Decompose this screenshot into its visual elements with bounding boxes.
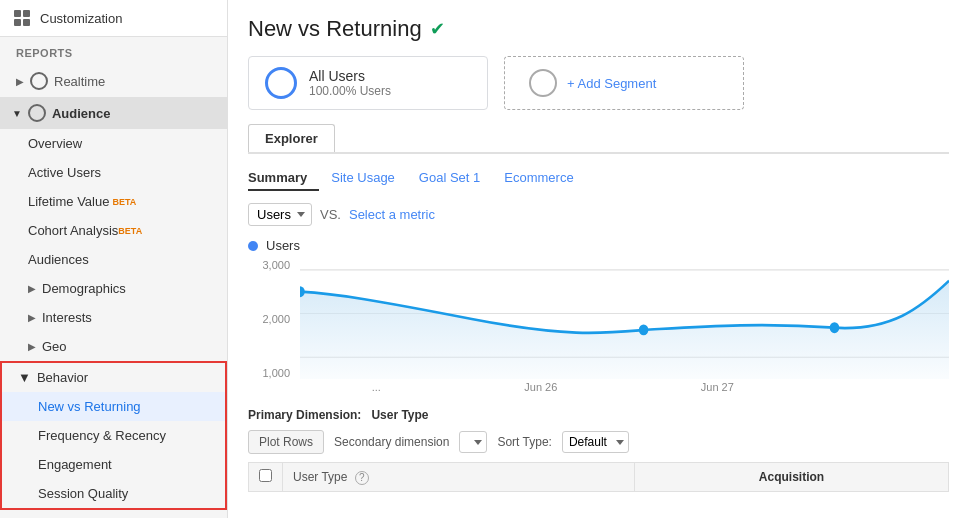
lifetime-value-label: Lifetime Value <box>28 194 109 209</box>
grid-icon <box>12 8 32 28</box>
metric-row: Users VS. Select a metric <box>248 203 949 226</box>
interests-arrow: ▶ <box>28 312 36 323</box>
secondary-dim-label: Secondary dimension <box>334 435 449 449</box>
table-col-user-type: User Type ? <box>283 463 635 492</box>
audience-label: Audience <box>52 106 111 121</box>
page-title-row: New vs Returning ✔ <box>248 16 949 42</box>
sidebar-item-behavior[interactable]: ▼ Behavior <box>2 363 225 392</box>
cohort-beta-badge: BETA <box>118 226 142 236</box>
tab-site-usage[interactable]: Site Usage <box>319 166 407 191</box>
segment-info: All Users 100.00% Users <box>309 68 391 98</box>
plot-rows-button[interactable]: Plot Rows <box>248 430 324 454</box>
svg-rect-3 <box>23 19 30 26</box>
geo-arrow: ▶ <box>28 341 36 352</box>
primary-dim-label: Primary Dimension: <box>248 408 361 422</box>
svg-rect-2 <box>14 19 21 26</box>
select-metric-link[interactable]: Select a metric <box>349 207 435 222</box>
session-quality-label: Session Quality <box>38 486 128 501</box>
chart-container: Users 3,000 2,000 1,000 <box>248 238 949 398</box>
sidebar-item-frequency-recency[interactable]: Frequency & Recency <box>2 421 225 450</box>
realtime-label: Realtime <box>54 74 105 89</box>
interests-label: Interests <box>42 310 92 325</box>
reports-header: REPORTS <box>0 37 227 65</box>
sidebar-item-interests[interactable]: ▶ Interests <box>0 303 227 332</box>
y-label-3000: 3,000 <box>248 259 296 271</box>
segment-circle <box>265 67 297 99</box>
chart-legend-dot <box>248 241 258 251</box>
geo-label: Geo <box>42 339 67 354</box>
table-col-acquisition: Acquisition <box>635 463 949 492</box>
chart-legend-label: Users <box>266 238 300 253</box>
sidebar-item-lifetime-value[interactable]: Lifetime Value BETA <box>0 187 227 216</box>
svg-point-8 <box>639 324 649 335</box>
sidebar-item-new-returning[interactable]: New vs Returning <box>2 392 225 421</box>
segment-all-users[interactable]: All Users 100.00% Users <box>248 56 488 110</box>
segment-pct: 100.00% Users <box>309 84 391 98</box>
tab-explorer[interactable]: Explorer <box>248 124 335 152</box>
sidebar-audience-header[interactable]: ▼ Audience <box>0 97 227 129</box>
new-returning-label: New vs Returning <box>38 399 141 414</box>
chart-area: 3,000 2,000 1,000 <box>248 259 949 379</box>
metric-select[interactable]: Users <box>248 203 312 226</box>
primary-dim-value: User Type <box>371 408 428 422</box>
sidebar-item-demographics[interactable]: ▶ Demographics <box>0 274 227 303</box>
engagement-label: Engagement <box>38 457 112 472</box>
svg-rect-0 <box>14 10 21 17</box>
sidebar-item-session-quality[interactable]: Session Quality <box>2 479 225 508</box>
y-axis: 3,000 2,000 1,000 <box>248 259 296 379</box>
help-icon[interactable]: ? <box>355 471 369 485</box>
segments-row: All Users 100.00% Users + Add Segment <box>248 56 949 110</box>
secondary-dim-select[interactable] <box>459 431 487 453</box>
table-select-all[interactable] <box>259 469 272 482</box>
sidebar-item-realtime[interactable]: ▶ Realtime <box>0 65 227 97</box>
overview-label: Overview <box>28 136 82 151</box>
chart-svg <box>300 259 949 379</box>
lifetime-beta-badge: BETA <box>112 197 136 207</box>
demographics-label: Demographics <box>42 281 126 296</box>
page-title: New vs Returning <box>248 16 422 42</box>
sort-type-label: Sort Type: <box>497 435 551 449</box>
add-segment-label: + Add Segment <box>567 76 656 91</box>
sidebar-item-audiences[interactable]: Audiences <box>0 245 227 274</box>
main-content: New vs Returning ✔ All Users 100.00% Use… <box>228 0 969 518</box>
audiences-label: Audiences <box>28 252 89 267</box>
cohort-analysis-label: Cohort Analysis <box>28 223 118 238</box>
add-segment-circle <box>529 69 557 97</box>
chart-legend: Users <box>248 238 949 253</box>
user-type-col-label: User Type <box>293 470 347 484</box>
sort-type-select[interactable]: Default <box>562 431 629 453</box>
y-label-2000: 2,000 <box>248 313 296 325</box>
customization-label: Customization <box>40 11 122 26</box>
segment-name: All Users <box>309 68 391 84</box>
behavior-label: Behavior <box>37 370 88 385</box>
clock-icon <box>30 72 48 90</box>
svg-rect-1 <box>23 10 30 17</box>
tab-summary[interactable]: Summary <box>248 166 319 191</box>
behavior-arrow: ▼ <box>18 370 31 385</box>
audience-arrow: ▼ <box>12 108 22 119</box>
y-label-1000: 1,000 <box>248 367 296 379</box>
sidebar-item-geo[interactable]: ▶ Geo <box>0 332 227 361</box>
sidebar-item-engagement[interactable]: Engagement <box>2 450 225 479</box>
realtime-arrow: ▶ <box>16 76 24 87</box>
x-label-start: ... <box>372 381 381 393</box>
x-label-jun27: Jun 27 <box>701 381 734 393</box>
active-users-label: Active Users <box>28 165 101 180</box>
sub-tabs: Summary Site Usage Goal Set 1 Ecommerce <box>248 166 949 191</box>
person-icon <box>28 104 46 122</box>
verified-icon: ✔ <box>430 18 445 40</box>
sidebar-item-overview[interactable]: Overview <box>0 129 227 158</box>
add-segment-box[interactable]: + Add Segment <box>504 56 744 110</box>
sidebar-item-cohort-analysis[interactable]: Cohort Analysis BETA <box>0 216 227 245</box>
sidebar: Customization REPORTS ▶ Realtime ▼ Audie… <box>0 0 228 518</box>
x-axis: ... Jun 26 Jun 27 <box>300 381 949 393</box>
table-toolbar: Plot Rows Secondary dimension Sort Type:… <box>248 430 949 454</box>
data-table: User Type ? Acquisition <box>248 462 949 492</box>
frequency-recency-label: Frequency & Recency <box>38 428 166 443</box>
tab-goal-set[interactable]: Goal Set 1 <box>407 166 492 191</box>
tab-ecommerce[interactable]: Ecommerce <box>492 166 585 191</box>
sidebar-item-active-users[interactable]: Active Users <box>0 158 227 187</box>
behavior-section: ▼ Behavior New vs Returning Frequency & … <box>0 361 227 510</box>
vs-label: VS. <box>320 207 341 222</box>
svg-point-9 <box>830 322 840 333</box>
